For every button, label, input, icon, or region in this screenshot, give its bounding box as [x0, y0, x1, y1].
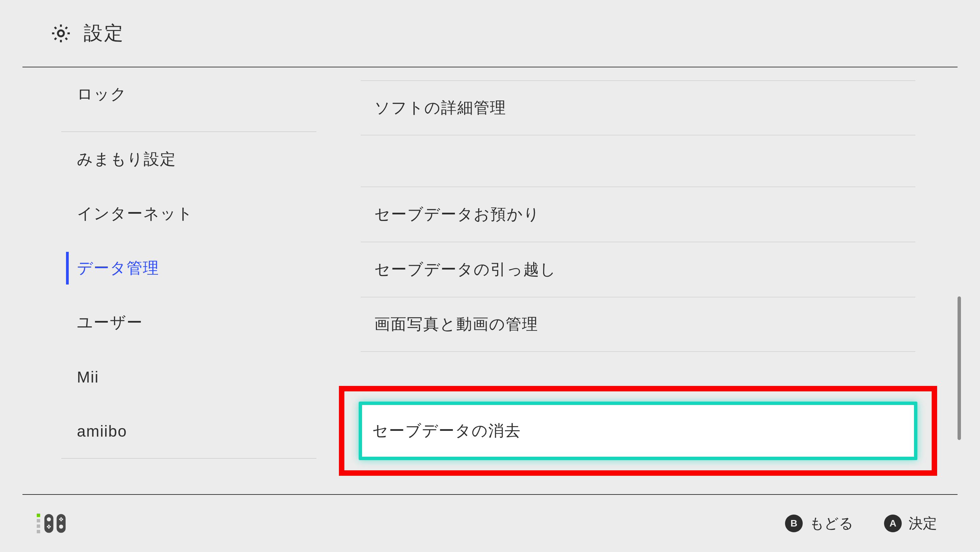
svg-point-9 — [59, 519, 61, 520]
svg-rect-2 — [56, 514, 65, 533]
player-light-off — [37, 530, 40, 533]
player-lights — [37, 514, 40, 533]
content-pane: ソフトの詳細管理 セーブデータお預かり セーブデータの引っ越し 画面写真と動画の… — [361, 67, 915, 494]
a-button-icon: A — [884, 515, 902, 532]
player-light-off — [37, 519, 40, 522]
b-button-hint: B もどる — [785, 514, 853, 533]
b-button-icon: B — [785, 515, 803, 532]
sidebar: ロック みまもり設定 インターネット データ管理 ユーザー Mii amiibo — [61, 67, 317, 494]
footer: B もどる A 決定 — [22, 494, 958, 552]
b-label: もどる — [810, 514, 853, 533]
svg-point-0 — [58, 30, 64, 37]
header: 設定 — [22, 0, 958, 67]
svg-point-4 — [59, 525, 63, 529]
sidebar-item-label: データ管理 — [77, 258, 159, 279]
content-item-label: セーブデータの消去 — [372, 420, 521, 441]
a-glyph: A — [889, 518, 896, 529]
content-item-delete-save-data[interactable]: セーブデータの消去 — [359, 402, 917, 460]
content-item-label: セーブデータの引っ越し — [374, 259, 556, 280]
sidebar-item-internet[interactable]: インターネット — [61, 186, 317, 241]
sidebar-item-lock[interactable]: ロック — [61, 67, 317, 132]
svg-point-3 — [47, 517, 51, 521]
b-glyph: B — [791, 518, 797, 529]
sidebar-item-parental[interactable]: みまもり設定 — [61, 132, 317, 186]
annotation-highlight: セーブデータの消去 — [339, 386, 937, 476]
main: ロック みまもり設定 インターネット データ管理 ユーザー Mii amiibo… — [0, 67, 980, 494]
svg-point-11 — [60, 517, 62, 519]
sidebar-item-label: amiibo — [77, 422, 127, 441]
svg-point-10 — [62, 519, 63, 520]
svg-rect-1 — [44, 514, 53, 533]
footer-hints: B もどる A 決定 — [785, 514, 937, 533]
sidebar-item-user[interactable]: ユーザー — [61, 295, 317, 350]
svg-point-6 — [49, 526, 51, 528]
sidebar-item-label: インターネット — [77, 203, 193, 224]
content-item-label: セーブデータお預かり — [374, 204, 540, 225]
scroll-thumb[interactable] — [958, 296, 961, 440]
content-item-save-backup[interactable]: セーブデータお預かり — [361, 186, 915, 242]
joycon-icon — [43, 513, 68, 534]
a-button-hint: A 決定 — [884, 514, 937, 533]
sidebar-item-label: ロック — [77, 84, 127, 105]
sidebar-item-label: ユーザー — [77, 312, 143, 333]
content-item-label: ソフトの詳細管理 — [374, 97, 506, 118]
content-item-screenshots[interactable]: 画面写真と動画の管理 — [361, 297, 915, 352]
sidebar-item-label: Mii — [77, 368, 99, 386]
scroll-track[interactable] — [958, 68, 961, 491]
sidebar-item-data-management[interactable]: データ管理 — [61, 241, 317, 295]
content-item-label: 画面写真と動画の管理 — [374, 314, 538, 335]
gear-icon — [50, 22, 72, 45]
sidebar-item-mii[interactable]: Mii — [61, 350, 317, 404]
sidebar-item-amiibo[interactable]: amiibo — [61, 404, 317, 459]
page-title: 設定 — [84, 21, 124, 46]
sidebar-item-label: みまもり設定 — [77, 149, 176, 170]
content-item-software-detail[interactable]: ソフトの詳細管理 — [361, 80, 915, 135]
controller-indicator — [37, 513, 68, 534]
svg-point-7 — [48, 525, 50, 527]
player-light-off — [37, 525, 40, 528]
content-item-save-transfer[interactable]: セーブデータの引っ越し — [361, 242, 915, 297]
svg-point-5 — [47, 526, 49, 528]
player-light-on — [37, 514, 40, 517]
a-label: 決定 — [908, 514, 937, 533]
group-gap — [361, 135, 915, 186]
svg-point-12 — [60, 520, 62, 521]
svg-point-8 — [48, 527, 50, 529]
